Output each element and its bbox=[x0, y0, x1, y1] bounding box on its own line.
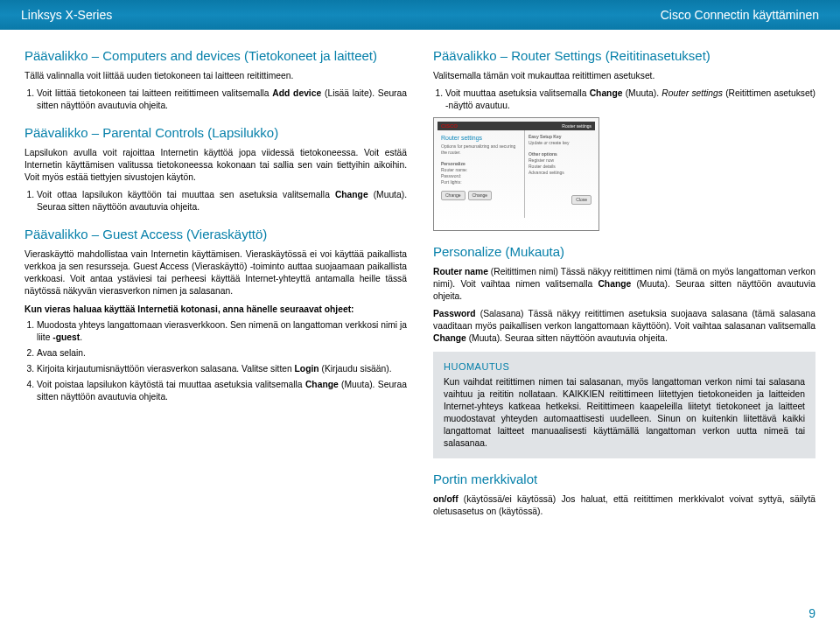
page-body: Päävalikko – Computers and devices (Tiet… bbox=[0, 30, 840, 523]
notice-body: Kun vaihdat reitittimen nimen tai salasa… bbox=[444, 376, 805, 449]
ordered-list: Voit ottaa lapsilukon käyttöön tai muutt… bbox=[24, 189, 407, 213]
screenshot-register: Register now bbox=[528, 157, 592, 164]
ordered-list: Voit muuttaa asetuksia valitsemalla Chan… bbox=[433, 87, 816, 112]
section-text: on/off (käytössä/ei käytössä) Jos haluat… bbox=[433, 493, 816, 518]
section-heading: Portin merkkivalot bbox=[433, 471, 816, 488]
screenshot-close-button: Close bbox=[571, 195, 592, 205]
section-text: Lapsilukon avulla voit rajoittaa Interne… bbox=[24, 147, 407, 184]
list-item: Voit ottaa lapsilukon käyttöön tai muutt… bbox=[37, 189, 407, 213]
ordered-list: Muodosta yhteys langattomaan vierasverkk… bbox=[24, 319, 407, 402]
screenshot-portlights: Port lights: bbox=[441, 179, 521, 185]
cisco-logo: CISCO bbox=[441, 122, 458, 129]
page-header: Linksys X-Series Cisco Connectin käyttäm… bbox=[0, 0, 840, 30]
list-item: Voit poistaa lapsilukon käytöstä tai muu… bbox=[37, 379, 407, 403]
screenshot-easy-setup: Easy Setup Key bbox=[528, 134, 592, 140]
section-heading: Päävalikko – Router Settings (Reititinas… bbox=[433, 47, 816, 65]
section-heading: Päävalikko – Computers and devices (Tiet… bbox=[24, 47, 407, 65]
list-item: Avaa selain. bbox=[37, 347, 407, 360]
page-number: 9 bbox=[808, 606, 816, 620]
header-chapter: Cisco Connectin käyttäminen bbox=[661, 8, 819, 22]
screenshot-title: Router settings bbox=[441, 134, 521, 142]
section-text: Password (Salasana) Tässä näkyy reititti… bbox=[433, 308, 816, 345]
right-column: Päävalikko – Router Settings (Reititinas… bbox=[433, 47, 816, 523]
section-text: Vieraskäyttö mahdollistaa vain Interneti… bbox=[24, 248, 407, 297]
header-product: Linksys X-Series bbox=[21, 8, 112, 22]
screenshot-advanced: Advanced settings bbox=[528, 170, 592, 176]
screenshot-desc: Options for personalizing and securing t… bbox=[441, 143, 521, 156]
section-intro: Valitsemalla tämän voit mukauttaa reitit… bbox=[433, 70, 816, 82]
section-heading: Personalize (Mukauta) bbox=[433, 243, 816, 261]
screenshot-router-details: Router details bbox=[528, 164, 592, 170]
list-item: Kirjoita kirjautumisnäyttöön vierasverko… bbox=[37, 363, 407, 375]
notice-box: HUOMAUTUS Kun vaihdat reitittimen nimen … bbox=[433, 352, 816, 458]
screenshot-password: Password: bbox=[441, 173, 521, 179]
screenshot-routername: Router name: bbox=[441, 167, 521, 173]
screenshot-other-options: Other options bbox=[528, 151, 592, 157]
list-item: Muodosta yhteys langattomaan vierasverkk… bbox=[37, 319, 407, 344]
left-column: Päävalikko – Computers and devices (Tiet… bbox=[24, 47, 407, 523]
section-intro: Tällä valinnalla voit liittää uuden tiet… bbox=[24, 70, 407, 82]
screenshot-update-key: Update or create key bbox=[528, 140, 592, 146]
section-heading: Päävalikko – Parental Controls (Lapsiluk… bbox=[24, 124, 407, 142]
list-item: Voit liittää tietokoneen tai laitteen re… bbox=[37, 87, 407, 112]
sub-heading: Kun vieras haluaa käyttää Internetiä kot… bbox=[24, 304, 407, 316]
screenshot-personalize: Personalize bbox=[441, 161, 521, 167]
screenshot-menu: Router settings bbox=[562, 123, 592, 129]
notice-title: HUOMAUTUS bbox=[444, 360, 805, 374]
ordered-list: Voit liittää tietokoneen tai laitteen re… bbox=[24, 87, 407, 112]
router-settings-screenshot: CISCO Router settings Router settings Op… bbox=[433, 117, 599, 231]
screenshot-change-button: Change bbox=[441, 191, 466, 200]
screenshot-change-button: Change bbox=[468, 191, 493, 200]
section-heading: Päävalikko – Guest Access (Vieraskäyttö) bbox=[24, 226, 407, 243]
section-text: Router name (Reitittimen nimi) Tässä näk… bbox=[433, 266, 816, 303]
list-item: Voit muuttaa asetuksia valitsemalla Chan… bbox=[445, 87, 816, 112]
